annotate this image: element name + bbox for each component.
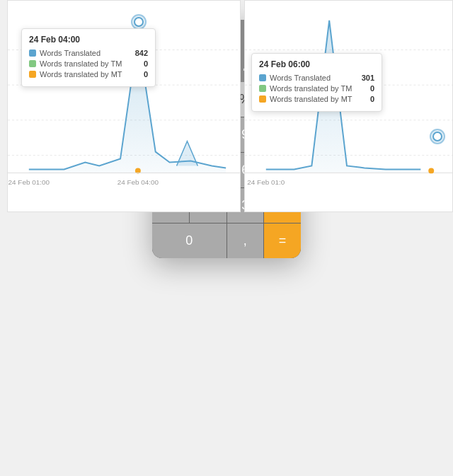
tooltip-right-label-1: Words Translated xyxy=(259,74,331,82)
svg-point-16 xyxy=(428,168,434,173)
svg-text:24 Feb 01:00: 24 Feb 01:00 xyxy=(8,178,50,186)
tooltip-right-row-1: Words Translated 301 xyxy=(259,74,374,82)
tooltip-right-label-2: Words translated by TM xyxy=(259,84,352,93)
svg-text:24 Feb 01:0: 24 Feb 01:0 xyxy=(247,178,285,186)
tooltip-right-label-3: Words translated by MT xyxy=(259,95,352,103)
data-point-left xyxy=(134,17,144,27)
tooltip-left-dot-3 xyxy=(29,71,36,78)
key-equals[interactable]: = xyxy=(264,224,301,258)
data-point-right xyxy=(432,132,442,141)
tooltip-right-title: 24 Feb 06:00 xyxy=(259,59,374,69)
tooltip-left-label-3: Words translated by MT xyxy=(29,70,122,79)
tooltip-right-dot-3 xyxy=(259,95,266,103)
tooltip-left-value-2: 0 xyxy=(144,59,148,68)
tooltip-right-value-2: 0 xyxy=(370,84,374,93)
tooltip-right-row-3: Words translated by MT 0 xyxy=(259,95,374,103)
tooltip-left-row-3: Words translated by MT 0 xyxy=(29,70,148,79)
tooltip-right-value-3: 0 xyxy=(370,95,374,103)
tooltip-left-value-1: 842 xyxy=(135,49,148,57)
tooltip-left-title: 24 Feb 04:00 xyxy=(29,35,148,45)
tooltip-right-dot-1 xyxy=(259,74,266,81)
tooltip-left-row-1: Words Translated 842 xyxy=(29,49,148,57)
key-0[interactable]: 0 xyxy=(152,224,226,258)
tooltip-right-row-2: Words translated by TM 0 xyxy=(259,84,374,93)
chart-right: 24 Feb 01:0 24 Feb 06:00 Words Translate… xyxy=(244,0,453,212)
tooltip-left-dot-2 xyxy=(29,60,36,67)
svg-marker-6 xyxy=(177,141,198,166)
tooltip-left-dot-1 xyxy=(29,50,36,57)
tooltip-left-label-2: Words translated by TM xyxy=(29,59,122,68)
chart-left: 24 Feb 01:00 24 Feb 04:00 24 Feb 04:00 W… xyxy=(7,0,241,212)
tooltip-right-value-1: 301 xyxy=(362,74,374,82)
key-comma[interactable]: , xyxy=(227,224,264,258)
tooltip-right: 24 Feb 06:00 Words Translated 301 Words … xyxy=(251,53,382,112)
svg-text:24 Feb 04:00: 24 Feb 04:00 xyxy=(117,178,159,186)
tooltip-left-row-2: Words translated by TM 0 xyxy=(29,59,148,68)
tooltip-left: 24 Feb 04:00 Words Translated 842 Words … xyxy=(21,28,156,87)
tooltip-left-value-3: 0 xyxy=(144,70,148,79)
tooltip-left-label-1: Words Translated xyxy=(29,49,101,57)
tooltip-right-dot-2 xyxy=(259,85,266,92)
